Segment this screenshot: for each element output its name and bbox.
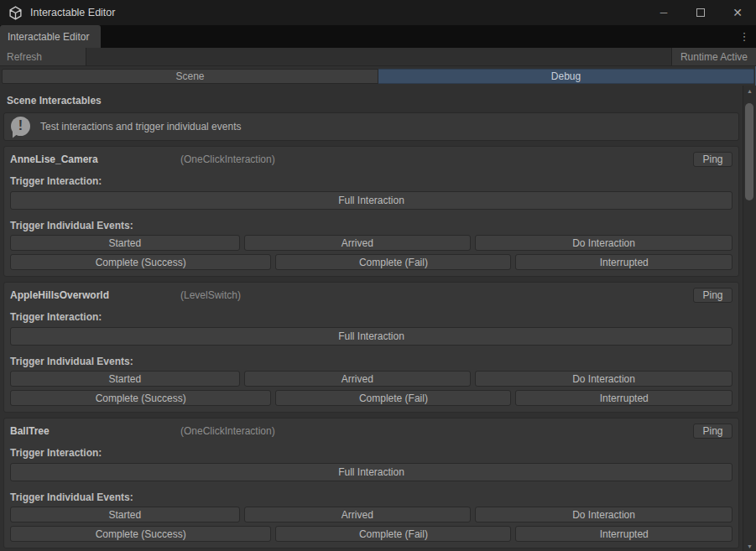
titlebar: Interactable Editor ─ ✕ xyxy=(0,0,756,25)
interactable-header: AppleHillsOverworld (LevelSwitch) Ping xyxy=(10,288,733,303)
info-speech-bubble-icon: ! xyxy=(11,117,32,138)
trigger-interaction-label: Trigger Interaction: xyxy=(10,311,733,323)
do-interaction-button[interactable]: Do Interaction xyxy=(475,507,733,522)
view-toggle: Scene Debug xyxy=(2,69,754,84)
ping-button[interactable]: Ping xyxy=(693,424,733,439)
event-button-row-1: Started Arrived Do Interaction xyxy=(10,507,733,522)
interrupted-button[interactable]: Interrupted xyxy=(515,526,733,542)
info-banner: ! Test interactions and trigger individu… xyxy=(3,112,739,141)
info-banner-text: Test interactions and trigger individual… xyxy=(40,121,241,133)
event-button-row-2: Complete (Success) Complete (Fail) Inter… xyxy=(10,390,733,406)
kebab-menu-icon[interactable]: ⋮ xyxy=(733,25,756,48)
vertical-scrollbar[interactable]: ▲ ▼ xyxy=(743,86,756,551)
complete-fail-button[interactable]: Complete (Fail) xyxy=(275,390,511,406)
maximize-icon xyxy=(696,8,705,17)
interactable-name: AnneLise_Camera xyxy=(10,153,180,165)
event-button-row-1: Started Arrived Do Interaction xyxy=(10,371,733,387)
interactable-section: AppleHillsOverworld (LevelSwitch) Ping T… xyxy=(3,282,739,413)
refresh-button[interactable]: Refresh xyxy=(0,48,86,65)
interactable-section: AnneLise_Camera (OneClickInteraction) Pi… xyxy=(3,146,739,277)
toolbar: Refresh Runtime Active xyxy=(0,48,756,66)
interactable-name: BallTree xyxy=(10,425,180,437)
event-button-row-2: Complete (Success) Complete (Fail) Inter… xyxy=(10,526,733,542)
arrived-button[interactable]: Arrived xyxy=(244,371,472,387)
scroll-up-icon[interactable]: ▲ xyxy=(743,86,756,96)
ping-button[interactable]: Ping xyxy=(693,288,733,303)
do-interaction-button[interactable]: Do Interaction xyxy=(475,235,733,251)
window-title: Interactable Editor xyxy=(30,7,115,18)
interactable-header: AnneLise_Camera (OneClickInteraction) Pi… xyxy=(10,152,733,167)
complete-fail-button[interactable]: Complete (Fail) xyxy=(275,254,511,270)
interrupted-button[interactable]: Interrupted xyxy=(515,254,733,270)
started-button[interactable]: Started xyxy=(10,235,240,251)
complete-success-button[interactable]: Complete (Success) xyxy=(10,526,271,542)
runtime-active-status[interactable]: Runtime Active xyxy=(671,48,756,65)
trigger-interaction-label: Trigger Interaction: xyxy=(10,447,733,459)
minimize-button[interactable]: ─ xyxy=(645,0,682,25)
page-title: Scene Interactables xyxy=(7,95,736,107)
full-interaction-button[interactable]: Full Interaction xyxy=(10,327,733,346)
debug-toggle-button[interactable]: Debug xyxy=(378,69,754,84)
tab-interactable-editor[interactable]: Interactable Editor xyxy=(0,25,101,48)
full-interaction-button[interactable]: Full Interaction xyxy=(10,191,733,210)
interrupted-button[interactable]: Interrupted xyxy=(515,390,733,406)
started-button[interactable]: Started xyxy=(10,371,240,387)
event-button-row-2: Complete (Success) Complete (Fail) Inter… xyxy=(10,254,733,270)
do-interaction-button[interactable]: Do Interaction xyxy=(475,371,733,387)
started-button[interactable]: Started xyxy=(10,507,240,522)
trigger-individual-events-label: Trigger Individual Events: xyxy=(10,220,733,231)
scroll-region: Scene Interactables ! Test interactions … xyxy=(0,86,756,551)
complete-fail-button[interactable]: Complete (Fail) xyxy=(275,526,511,542)
interactable-type: (OneClickInteraction) xyxy=(180,153,275,165)
interactable-header: BallTree (OneClickInteraction) Ping xyxy=(10,424,733,439)
scene-toggle-button[interactable]: Scene xyxy=(2,69,378,84)
scroll-down-icon[interactable]: ▼ xyxy=(743,541,756,551)
arrived-button[interactable]: Arrived xyxy=(244,507,472,522)
content-area: Scene Interactables ! Test interactions … xyxy=(0,86,743,551)
complete-success-button[interactable]: Complete (Success) xyxy=(10,390,271,406)
maximize-button[interactable] xyxy=(682,0,719,25)
interactable-type: (LevelSwitch) xyxy=(180,289,241,301)
arrived-button[interactable]: Arrived xyxy=(244,235,472,251)
scrollbar-thumb[interactable] xyxy=(745,103,753,200)
close-button[interactable]: ✕ xyxy=(719,0,756,25)
trigger-interaction-label: Trigger Interaction: xyxy=(10,175,733,187)
trigger-individual-events-label: Trigger Individual Events: xyxy=(10,356,733,367)
event-button-row-1: Started Arrived Do Interaction xyxy=(10,235,733,251)
interactable-type: (OneClickInteraction) xyxy=(180,425,275,437)
complete-success-button[interactable]: Complete (Success) xyxy=(10,254,271,270)
trigger-individual-events-label: Trigger Individual Events: xyxy=(10,491,733,503)
window-controls: ─ ✕ xyxy=(645,0,756,25)
tab-strip: Interactable Editor ⋮ xyxy=(0,25,756,48)
ping-button[interactable]: Ping xyxy=(693,152,733,167)
interactable-section: BallTree (OneClickInteraction) Ping Trig… xyxy=(3,418,739,548)
interactable-editor-window: Interactable Editor ─ ✕ Interactable Edi… xyxy=(0,0,756,551)
interactable-list: AnneLise_Camera (OneClickInteraction) Pi… xyxy=(2,146,741,548)
interactable-name: AppleHillsOverworld xyxy=(10,289,180,301)
full-interaction-button[interactable]: Full Interaction xyxy=(10,463,733,481)
unity-cube-icon xyxy=(8,6,23,20)
